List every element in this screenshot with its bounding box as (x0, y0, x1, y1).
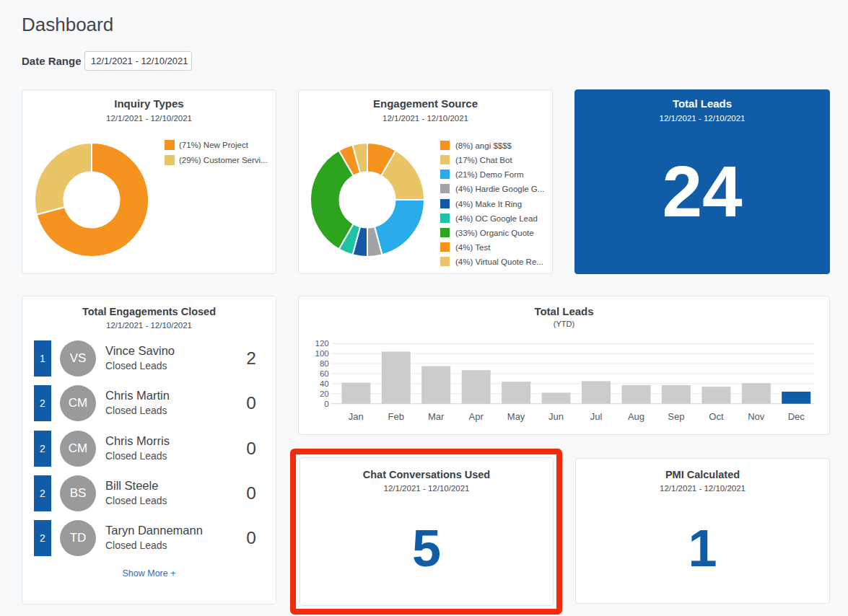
svg-text:Mar: Mar (428, 411, 445, 422)
svg-text:Apr: Apr (469, 411, 484, 422)
svg-text:May: May (507, 411, 525, 422)
svg-text:Aug: Aug (628, 411, 644, 422)
svg-text:40: 40 (320, 379, 329, 388)
svg-text:120: 120 (315, 339, 329, 348)
svg-text:Jul: Jul (590, 411, 603, 422)
svg-text:Dec: Dec (788, 411, 805, 422)
svg-text:60: 60 (320, 369, 329, 378)
svg-text:Feb: Feb (388, 411, 404, 422)
svg-text:20: 20 (320, 390, 329, 398)
svg-text:100: 100 (315, 349, 329, 358)
svg-text:Sep: Sep (668, 411, 684, 422)
svg-text:0: 0 (324, 400, 328, 408)
svg-text:Jun: Jun (548, 411, 564, 422)
svg-text:80: 80 (320, 359, 329, 368)
svg-text:Oct: Oct (709, 411, 724, 422)
svg-text:Jan: Jan (349, 411, 364, 422)
svg-text:Nov: Nov (748, 411, 765, 422)
